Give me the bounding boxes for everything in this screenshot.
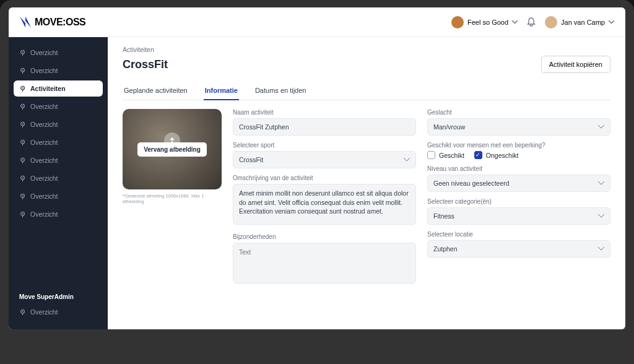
chevron-down-icon bbox=[512, 20, 518, 24]
checkbox-icon bbox=[427, 151, 435, 159]
sidebar-item-3[interactable]: Overzicht bbox=[14, 98, 103, 115]
user-menu[interactable]: Jan van Camp bbox=[545, 16, 614, 28]
sidebar-item-label: Overzicht bbox=[30, 67, 58, 74]
tab-2[interactable]: Datums en tijden bbox=[254, 82, 308, 100]
sidebar-admin-item-0[interactable]: Overzicht bbox=[14, 304, 103, 320]
unsuitable-label-text: Ongeschikt bbox=[486, 152, 519, 159]
main-content: Activiteiten CrossFit Activiteit kopiëre… bbox=[108, 37, 625, 329]
tab-1[interactable]: Informatie bbox=[204, 82, 239, 100]
sidebar-item-label: Overzicht bbox=[30, 175, 58, 182]
logo: MOVE:OSS bbox=[20, 17, 85, 28]
pin-icon bbox=[19, 211, 26, 218]
gender-select[interactable]: Man/vrouw bbox=[427, 118, 610, 136]
sidebar-item-7[interactable]: Overzicht bbox=[14, 170, 103, 186]
org-switcher[interactable]: Feel so Good bbox=[451, 16, 518, 28]
svg-point-17 bbox=[22, 195, 24, 196]
user-avatar-icon bbox=[545, 16, 557, 28]
pin-icon bbox=[19, 85, 26, 92]
description-textarea[interactable] bbox=[233, 184, 416, 225]
level-label: Niveau van activiteit bbox=[427, 165, 610, 172]
level-select[interactable]: Geen niveau geselecteerd bbox=[427, 175, 610, 192]
name-label: Naam activiteit bbox=[233, 109, 416, 116]
special-textarea[interactable] bbox=[233, 243, 416, 284]
sport-label: Selecteer sport bbox=[233, 142, 416, 149]
pin-icon bbox=[19, 121, 26, 128]
svg-point-19 bbox=[22, 213, 24, 214]
category-label: Selecteer categorie(ën) bbox=[427, 198, 610, 205]
svg-point-9 bbox=[22, 123, 24, 124]
pin-icon bbox=[19, 103, 26, 110]
svg-point-1 bbox=[22, 51, 24, 53]
page-title: CrossFit bbox=[123, 58, 168, 71]
copy-activity-button[interactable]: Activiteit kopiëren bbox=[541, 56, 610, 73]
notifications-icon[interactable] bbox=[526, 17, 536, 27]
sidebar-item-label: Activiteiten bbox=[30, 85, 66, 92]
activity-image: Vervang afbeelding bbox=[123, 109, 222, 189]
svg-point-7 bbox=[22, 105, 24, 106]
sidebar-item-0[interactable]: Overzicht bbox=[14, 45, 103, 61]
sidebar-item-label: Overzicht bbox=[30, 103, 58, 110]
sidebar-item-1[interactable]: Overzicht bbox=[14, 63, 103, 79]
sidebar-item-8[interactable]: Overzicht bbox=[14, 188, 103, 204]
name-input[interactable] bbox=[233, 118, 416, 136]
svg-point-3 bbox=[22, 69, 24, 71]
svg-point-11 bbox=[22, 141, 24, 142]
user-name: Jan van Camp bbox=[561, 19, 605, 26]
sidebar-item-label: Overzicht bbox=[30, 193, 58, 200]
sidebar-item-5[interactable]: Overzicht bbox=[14, 134, 103, 150]
suitability-label: Geschikt voor mensen met een beperking? bbox=[427, 142, 610, 149]
logo-mark-icon bbox=[20, 17, 31, 28]
sidebar-item-label: Overzicht bbox=[30, 157, 58, 164]
svg-point-5 bbox=[22, 87, 24, 89]
breadcrumb: Activiteiten bbox=[123, 46, 610, 53]
sidebar-item-9[interactable]: Overzicht bbox=[14, 206, 103, 222]
gender-label: Geslacht bbox=[427, 109, 610, 116]
sidebar-item-4[interactable]: Overzicht bbox=[14, 116, 103, 132]
sidebar-item-2[interactable]: Activiteiten bbox=[14, 80, 103, 97]
sidebar-item-label: Overzicht bbox=[30, 121, 58, 128]
pin-icon bbox=[19, 193, 26, 200]
pin-icon bbox=[19, 67, 26, 74]
category-select[interactable]: Fitness bbox=[427, 207, 610, 225]
pin-icon bbox=[19, 309, 26, 316]
sidebar-item-label: Overzicht bbox=[30, 49, 58, 56]
sport-select[interactable]: CrossFit bbox=[233, 151, 416, 168]
sidebar: OverzichtOverzichtActiviteitenOverzichtO… bbox=[9, 37, 108, 329]
topbar: MOVE:OSS Feel so Good Jan van Camp bbox=[9, 7, 625, 37]
tab-0[interactable]: Geplande activiteiten bbox=[123, 82, 189, 100]
checkbox-checked-icon: ✓ bbox=[474, 151, 482, 159]
svg-point-21 bbox=[22, 311, 24, 312]
sidebar-item-label: Overzicht bbox=[30, 308, 58, 316]
org-avatar-icon bbox=[451, 16, 464, 28]
suitable-label-text: Geschikt bbox=[439, 152, 464, 159]
unsuitable-checkbox[interactable]: ✓ Ongeschikt bbox=[474, 151, 519, 159]
org-name: Feel so Good bbox=[467, 19, 508, 26]
pin-icon bbox=[19, 157, 26, 164]
brand-text: MOVE:OSS bbox=[35, 17, 85, 28]
svg-point-15 bbox=[22, 177, 24, 178]
special-label: Bijzonderheden bbox=[233, 233, 416, 240]
pin-icon bbox=[19, 50, 26, 56]
tabs: Geplande activiteitenInformatieDatums en… bbox=[123, 82, 610, 100]
chevron-down-icon bbox=[609, 20, 614, 24]
sidebar-section-label: Move SuperAdmin bbox=[14, 287, 103, 304]
location-select[interactable]: Zutphen bbox=[427, 240, 610, 258]
upload-icon bbox=[164, 132, 180, 149]
sidebar-item-label: Overzicht bbox=[30, 210, 58, 218]
image-caption: *Gewenste afmeting 1090x1080. Max 1 afbe… bbox=[123, 193, 222, 204]
sidebar-item-6[interactable]: Overzicht bbox=[14, 152, 103, 168]
pin-icon bbox=[19, 139, 26, 146]
suitable-checkbox[interactable]: Geschikt bbox=[427, 151, 464, 159]
location-label: Selecteer locatie bbox=[427, 231, 610, 238]
description-label: Omschrijving van de activiteit bbox=[233, 175, 416, 181]
sidebar-item-label: Overzicht bbox=[30, 139, 58, 146]
pin-icon bbox=[19, 175, 26, 182]
svg-point-13 bbox=[22, 159, 24, 160]
